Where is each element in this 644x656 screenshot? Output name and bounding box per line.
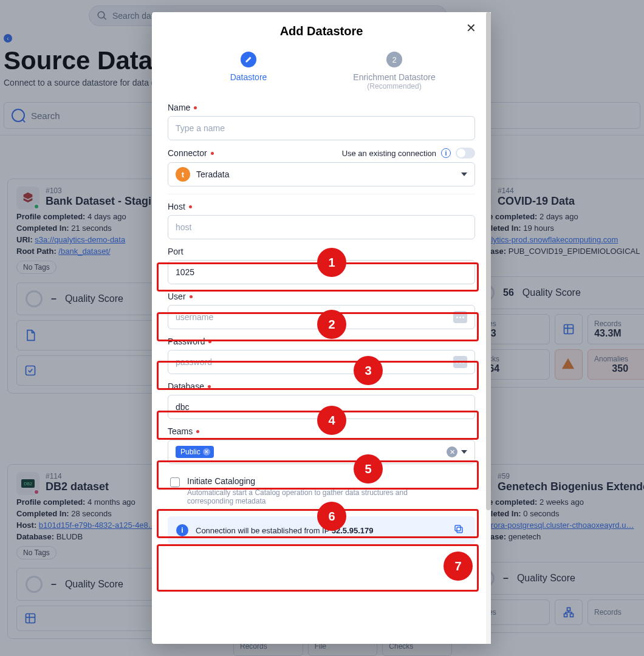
step-2-label: Enrichment Datastore <box>321 72 467 82</box>
database-input[interactable] <box>168 395 475 419</box>
add-datastore-modal: ✕ Add Datastore Datastore 2 Enrichment D… <box>152 12 491 644</box>
password-input[interactable] <box>168 350 475 374</box>
password-label: Password <box>168 337 205 346</box>
remove-chip-icon[interactable]: ✕ <box>203 448 210 456</box>
user-label: User <box>168 292 186 301</box>
port-input-field[interactable] <box>176 267 467 277</box>
use-existing-toggle[interactable] <box>456 148 475 159</box>
copy-icon[interactable] <box>453 524 467 537</box>
close-icon[interactable]: ✕ <box>464 22 478 35</box>
svg-rect-9 <box>455 525 461 531</box>
required-dot-icon <box>189 205 192 208</box>
team-chip-public[interactable]: Public ✕ <box>176 446 214 458</box>
secrets-icon[interactable] <box>453 311 467 323</box>
host-input-field[interactable] <box>176 222 467 232</box>
use-existing-label: Use an existing connection <box>342 149 436 158</box>
wizard-stepper: Datastore 2 Enrichment Datastore (Recomm… <box>168 52 475 91</box>
required-dot-icon <box>211 152 214 155</box>
teams-select[interactable]: Public ✕ ✕ <box>168 440 475 464</box>
user-input[interactable] <box>168 305 475 329</box>
required-dot-icon <box>208 340 211 343</box>
required-dot-icon <box>208 385 211 388</box>
connector-label: Connector <box>168 148 207 158</box>
chevron-down-icon <box>461 450 467 454</box>
port-input[interactable] <box>168 260 475 284</box>
ip-note: i Connection will be established from IP… <box>168 516 475 544</box>
teams-label: Teams <box>168 426 193 436</box>
clear-icon[interactable]: ✕ <box>447 446 457 457</box>
name-input[interactable] <box>168 116 475 140</box>
step-1-bubble[interactable] <box>241 52 256 67</box>
name-label: Name <box>168 103 190 112</box>
user-input-field[interactable] <box>176 312 453 322</box>
secrets-icon[interactable] <box>453 356 467 368</box>
modal-title: Add Datastore <box>168 24 475 38</box>
step-1-label: Datastore <box>176 72 321 82</box>
port-label: Port <box>168 247 183 256</box>
checkbox-icon[interactable] <box>170 477 180 487</box>
modal-scrollbar[interactable] <box>486 12 491 644</box>
cataloging-title: Initiate Cataloging <box>187 476 418 486</box>
database-input-field[interactable] <box>176 402 467 412</box>
host-label: Host <box>168 202 185 211</box>
divider <box>168 194 475 194</box>
connector-select[interactable]: t Teradata <box>168 162 475 186</box>
initiate-cataloging-row[interactable]: Initiate Cataloging Automatically start … <box>168 471 475 510</box>
database-label: Database <box>168 381 204 391</box>
required-dot-icon <box>196 430 199 433</box>
name-input-field[interactable] <box>176 123 467 133</box>
required-dot-icon <box>194 106 197 109</box>
teradata-logo-icon: t <box>176 167 190 182</box>
connector-value: Teradata <box>196 169 229 179</box>
info-filled-icon: i <box>176 524 188 536</box>
required-dot-icon <box>190 295 193 298</box>
svg-rect-8 <box>457 527 462 533</box>
password-input-field[interactable] <box>176 357 453 367</box>
step-2-bubble[interactable]: 2 <box>386 52 402 67</box>
chevron-down-icon <box>461 173 467 176</box>
step-2-sub: (Recommended) <box>321 82 467 91</box>
host-input[interactable] <box>168 215 475 239</box>
cataloging-desc: Automatically start a Catalog operation … <box>187 488 418 505</box>
info-icon[interactable]: i <box>441 148 451 158</box>
ip-note-text: Connection will be established from IP 5… <box>196 526 373 535</box>
